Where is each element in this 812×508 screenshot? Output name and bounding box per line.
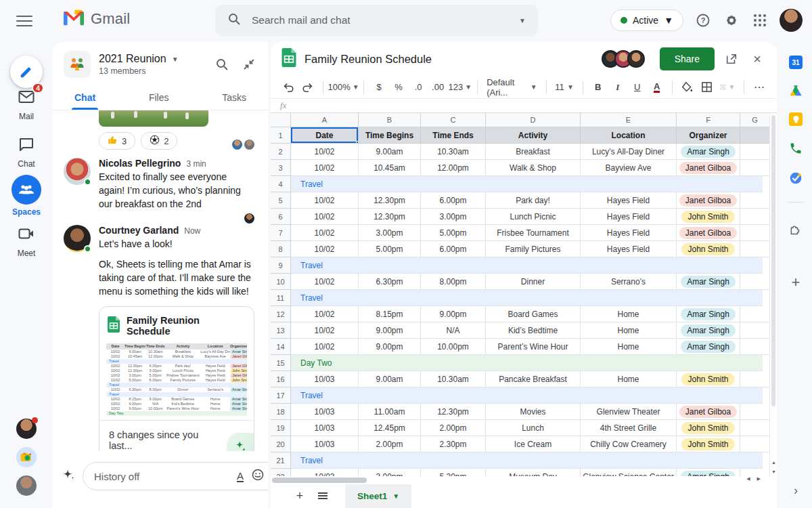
format-percent-button[interactable]: % [390, 79, 407, 96]
apps-grid-icon[interactable] [751, 12, 769, 29]
cell[interactable] [740, 404, 769, 420]
organizer-chip[interactable]: Janet Gilboa [679, 406, 737, 418]
formula-bar[interactable]: fx [271, 98, 777, 113]
increase-decimal-button[interactable]: .00 [430, 79, 446, 96]
row-number[interactable]: 11 [271, 290, 291, 306]
organizer-chip[interactable]: Janet Gilboa [679, 162, 737, 174]
text-color-button[interactable]: A [649, 79, 665, 96]
cell[interactable]: Amar Singh [677, 322, 740, 339]
cell[interactable]: 10.30am [421, 371, 486, 387]
format-text-icon[interactable]: A [237, 471, 244, 482]
space-menu-caret-icon[interactable]: ▼ [172, 56, 179, 63]
cell[interactable]: Janet Gilboa [677, 192, 740, 209]
cell[interactable]: Park day! [486, 192, 581, 209]
cell[interactable]: 2.30pm [421, 436, 486, 452]
row-number[interactable]: 19 [271, 420, 291, 436]
cell[interactable] [740, 436, 769, 452]
cell[interactable]: 9.00pm [359, 339, 421, 355]
cell[interactable]: 2.00pm [359, 436, 421, 452]
sheet-tab-sheet1[interactable]: Sheet1▼ [345, 484, 411, 508]
band-label-travel[interactable]: Travel [291, 387, 763, 404]
band-label-day[interactable]: Day Two [291, 355, 763, 371]
fill-handle[interactable] [356, 141, 359, 144]
cell[interactable]: 12.45pm [359, 420, 421, 436]
document-title[interactable]: Family Reunion Schedule [304, 53, 598, 66]
settings-gear-icon[interactable] [723, 12, 740, 29]
cell[interactable]: Walk & Shop [486, 160, 581, 176]
account-avatar[interactable] [780, 9, 803, 32]
organizer-chip[interactable]: John Smith [681, 422, 734, 434]
cell[interactable]: Amar Singh [677, 274, 740, 290]
cell[interactable]: 12.30pm [359, 209, 421, 225]
header-cell[interactable]: Time Ends [421, 127, 486, 144]
cell[interactable]: Lunch Picnic [486, 209, 581, 225]
cell[interactable]: Museum Day [486, 469, 581, 476]
row-number[interactable]: 20 [271, 436, 291, 452]
row-number[interactable]: 12 [271, 306, 291, 322]
select-all-corner[interactable] [271, 113, 291, 127]
band-label-travel[interactable]: Travel [291, 452, 763, 469]
cell[interactable]: 6.30pm [359, 274, 421, 290]
cell[interactable]: 2.00pm [421, 420, 486, 436]
cell[interactable]: 10/02 [291, 209, 359, 225]
row-number[interactable]: 8 [271, 241, 291, 257]
organizer-chip[interactable]: Amar Singh [681, 146, 736, 158]
cell[interactable]: Home [581, 339, 677, 355]
calendar-icon[interactable]: 31 [788, 54, 804, 70]
row-number[interactable]: 6 [271, 209, 291, 225]
cell[interactable]: 9.00am [359, 371, 421, 387]
header-cell[interactable]: Location [581, 127, 677, 144]
cell[interactable]: 9.00am [359, 144, 421, 160]
reaction-thumbs-up[interactable]: 3 [99, 132, 135, 150]
row-number[interactable]: 16 [271, 371, 291, 387]
cell[interactable]: Frisbee Tournament [486, 225, 581, 241]
cell[interactable]: 10/03 [291, 420, 359, 436]
column-header-D[interactable]: D [486, 113, 581, 127]
cell[interactable]: Amar Singh [677, 339, 740, 355]
search-bar[interactable]: Search mail and chat ▼ [215, 5, 538, 36]
merge-cells-icon[interactable]: ▼ [718, 79, 737, 96]
cell[interactable] [740, 225, 769, 241]
font-select[interactable]: Default (Ari...▼ [484, 79, 539, 96]
header-cell[interactable]: Time Begins [359, 127, 421, 144]
underline-button[interactable]: U [629, 79, 646, 96]
cell[interactable]: Hayes Field [581, 209, 677, 225]
organizer-chip[interactable]: Amar Singh [681, 341, 736, 353]
column-header-B[interactable]: B [359, 113, 421, 127]
cell[interactable]: 10.30am [421, 144, 486, 160]
row-number[interactable]: 7 [271, 225, 291, 241]
organizer-chip[interactable]: Amar Singh [681, 324, 736, 337]
header-cell[interactable]: Activity [486, 127, 581, 144]
space-title[interactable]: 2021 Reunion [99, 53, 166, 65]
cell[interactable]: Serrano’s [581, 274, 677, 290]
get-addons-plus-icon[interactable]: + [788, 274, 804, 291]
cell[interactable]: Hayes Field [581, 225, 677, 241]
header-cell[interactable]: Organizer [677, 127, 740, 144]
sidebar-item-mail[interactable]: 4 Mail [0, 88, 53, 121]
cell[interactable]: Glenview Science Center [581, 469, 677, 476]
row-number[interactable]: 21 [271, 452, 291, 469]
gemini-sparkle-icon[interactable] [61, 467, 76, 485]
vertical-scroll-thumb[interactable] [771, 115, 775, 406]
cell[interactable]: 4th Street Grille [581, 420, 677, 436]
cell[interactable]: 5.00pm [359, 241, 421, 257]
cell[interactable] [740, 209, 769, 225]
column-header-E[interactable]: E [581, 113, 677, 127]
avatar-courtney[interactable] [64, 225, 91, 252]
cell[interactable]: Lucy’s All-Day Diner [581, 144, 677, 160]
shared-photo[interactable] [99, 110, 208, 127]
scroll-up-icon[interactable]: ▲ [770, 457, 777, 467]
cell[interactable] [740, 420, 769, 436]
cell[interactable]: 10/03 [291, 469, 359, 476]
row-number[interactable]: 3 [271, 160, 291, 176]
cell[interactable]: John Smith [677, 241, 740, 257]
row-number[interactable]: 14 [271, 339, 291, 355]
status-selector[interactable]: Active ▼ [610, 9, 683, 31]
cell[interactable]: Home [581, 371, 677, 387]
cell[interactable]: Glenview Theater [581, 404, 677, 420]
organizer-chip[interactable]: John Smith [681, 243, 734, 255]
cell[interactable]: 10/02 [291, 339, 359, 355]
row-number[interactable]: 1 [271, 127, 291, 144]
cell[interactable]: John Smith [677, 436, 740, 452]
cell[interactable]: Parent’s Wine Hour [486, 339, 581, 355]
